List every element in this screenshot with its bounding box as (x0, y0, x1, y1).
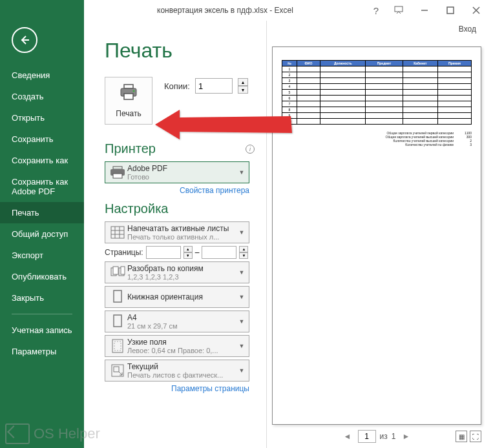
orientation-dropdown[interactable]: Книжная ориентация ▼ (105, 286, 249, 308)
portrait-icon (108, 289, 127, 305)
pages-from-input[interactable] (146, 246, 181, 259)
chevron-down-icon: ▼ (237, 318, 246, 325)
print-what-dropdown[interactable]: Напечатать активные листы Печать только … (105, 221, 249, 243)
chevron-down-icon: ▼ (237, 367, 246, 374)
ribbon-options-button[interactable] (386, 1, 412, 19)
settings-heading: Настройка (105, 201, 255, 216)
svg-rect-11 (113, 174, 122, 178)
copies-up[interactable]: ▲ (238, 78, 248, 86)
sidebar-item-info[interactable]: Сведения (0, 65, 84, 86)
chevron-down-icon: ▼ (237, 343, 246, 349)
page-current-input[interactable] (358, 430, 376, 443)
svg-point-8 (133, 90, 135, 92)
back-button[interactable] (12, 27, 37, 53)
backstage-sidebar: Сведения Создать Открыть Сохранить Сохра… (0, 21, 84, 448)
sidebar-item-export[interactable]: Экспорт (0, 245, 84, 266)
scaling-icon (108, 362, 127, 379)
sidebar-item-new[interactable]: Создать (0, 86, 84, 107)
help-button[interactable]: ? (366, 1, 386, 19)
margins-icon (108, 338, 127, 354)
svg-rect-12 (111, 227, 124, 238)
zoom-to-page-button[interactable]: ⛶ (470, 431, 481, 442)
pagesize-dropdown[interactable]: A4 21 см x 29,7 см ▼ (105, 311, 249, 332)
scaling-dropdown[interactable]: Текущий Печать листов с фактическ... ▼ (105, 360, 249, 382)
print-button[interactable]: Печать (105, 77, 152, 125)
svg-rect-24 (114, 341, 121, 351)
sidebar-item-options[interactable]: Параметры (0, 341, 84, 362)
maximize-button[interactable] (437, 1, 463, 19)
chevron-down-icon: ▼ (237, 269, 246, 276)
sidebar-item-saveas-pdf[interactable]: Сохранить как Adobe PDF (0, 171, 84, 202)
chevron-down-icon: ▼ (237, 169, 246, 176)
svg-rect-9 (113, 167, 122, 169)
svg-rect-22 (114, 315, 121, 327)
chevron-down-icon: ▼ (237, 229, 246, 236)
pages-to-input[interactable] (202, 246, 236, 259)
printer-device-icon (108, 164, 127, 181)
sidebar-item-saveas[interactable]: Сохранить как (0, 150, 84, 171)
svg-rect-20 (121, 267, 125, 274)
pages-label: Страницы: (105, 248, 143, 257)
printer-icon (119, 84, 138, 105)
svg-rect-26 (114, 367, 119, 372)
print-button-label: Печать (116, 109, 141, 118)
sidebar-item-save[interactable]: Сохранить (0, 128, 84, 150)
page-icon (108, 313, 127, 330)
next-page-button[interactable]: ► (399, 430, 412, 443)
svg-rect-0 (395, 6, 403, 12)
chevron-down-icon: ▼ (237, 294, 246, 300)
signin-link[interactable]: Вход (451, 22, 484, 36)
sidebar-item-open[interactable]: Открыть (0, 107, 84, 128)
svg-rect-21 (114, 290, 121, 302)
page-total: 1 (392, 432, 396, 441)
minimize-button[interactable] (412, 1, 437, 19)
print-preview: №ФИОДолжностьПредметКабинетПремия1234567… (272, 46, 481, 425)
sidebar-item-account[interactable]: Учетная запись (0, 320, 84, 341)
sheets-icon (108, 224, 127, 241)
sidebar-item-share[interactable]: Общий доступ (0, 223, 84, 245)
copies-label: Копии: (164, 81, 190, 91)
svg-rect-2 (447, 7, 454, 14)
window-title: конвертация эксель в пдф.xlsx - Excel (84, 6, 366, 15)
svg-rect-18 (113, 267, 118, 274)
sidebar-item-print[interactable]: Печать (0, 202, 84, 223)
page-setup-link[interactable]: Параметры страницы (105, 384, 249, 393)
sidebar-item-publish[interactable]: Опубликовать (0, 266, 84, 287)
copies-input[interactable] (195, 78, 233, 94)
copies-down[interactable]: ▼ (238, 86, 248, 94)
show-margins-button[interactable]: ▦ (456, 431, 467, 442)
margins-dropdown[interactable]: Узкие поля Левое: 0,64 см Правое: 0,... … (105, 335, 249, 357)
svg-rect-5 (124, 85, 133, 88)
sidebar-item-close[interactable]: Закрыть (0, 287, 84, 309)
printer-heading: Принтер i (105, 141, 255, 156)
printer-properties-link[interactable]: Свойства принтера (105, 186, 249, 195)
info-icon[interactable]: i (246, 145, 255, 154)
page-title: Печать (105, 39, 255, 63)
prev-page-button[interactable]: ◄ (341, 430, 354, 443)
collate-icon (108, 264, 127, 281)
collate-dropdown[interactable]: Разобрать по копиям 1,2,3 1,2,3 1,2,3 ▼ (105, 261, 249, 283)
close-button[interactable] (463, 1, 489, 19)
svg-rect-7 (124, 94, 133, 99)
printer-dropdown[interactable]: Adobe PDF Готово ▼ (105, 161, 249, 183)
